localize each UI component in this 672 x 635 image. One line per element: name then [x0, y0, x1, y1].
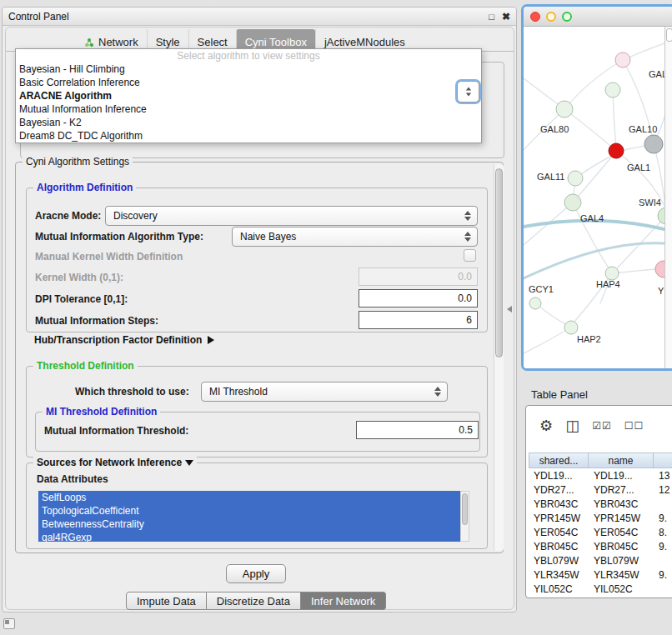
network-node[interactable] — [568, 171, 583, 186]
network-icon — [84, 38, 94, 48]
threshold-type-select[interactable]: MI Threshold — [201, 382, 448, 402]
mac-zoom-button[interactable] — [562, 12, 572, 22]
network-graph[interactable]: GALGAL80GAL10GAL11GAL1SWI4GAL4GCY1HAP4HA… — [524, 27, 664, 368]
table-row[interactable]: YPR145W YPR145W 9. — [529, 511, 672, 525]
table-row[interactable]: YIL052C YIL052C — [529, 582, 672, 596]
expand-right-icon — [208, 336, 214, 344]
network-node[interactable] — [615, 52, 630, 68]
deselect-all-icon[interactable]: ☐☐ — [624, 421, 644, 431]
attribute-list-item[interactable]: gal4RGexp — [38, 531, 460, 542]
network-canvas[interactable]: GALGAL80GAL10GAL11GAL1SWI4GAL4GCY1HAP4HA… — [524, 27, 664, 368]
network-edge[interactable] — [624, 146, 644, 150]
kernel-width-input[interactable]: 0.0 — [359, 268, 478, 286]
mi-threshold-groupbox: MI Threshold Definition Mutual Informati… — [35, 412, 480, 452]
network-node[interactable] — [658, 208, 664, 224]
network-edge[interactable] — [613, 90, 616, 151]
table-row[interactable]: YBL079W YBL079W — [529, 553, 672, 568]
control-panel-titlebar[interactable]: Control Panel □ ✖ — [3, 8, 516, 26]
apply-button[interactable]: Apply — [226, 564, 286, 583]
table-row[interactable]: YBR043C YBR043C — [529, 497, 672, 511]
hub-definition-toggle[interactable]: Hub/Transcription Factor Definition — [34, 334, 214, 346]
settings-scrollbar-thumb[interactable] — [495, 168, 503, 358]
algorithm-dropdown-item[interactable]: Bayesian - Hill Climbing — [16, 62, 481, 76]
algorithm-dropdown-item[interactable]: Dream8 DC_TDC Algorithm — [16, 129, 481, 142]
window-title: Control Panel — [8, 11, 481, 22]
network-edge[interactable] — [524, 243, 664, 278]
network-node[interactable] — [609, 143, 624, 158]
network-node[interactable] — [605, 267, 619, 280]
network-node[interactable] — [605, 82, 620, 98]
column-header-name[interactable]: name — [589, 452, 654, 468]
aracne-mode-select[interactable]: Discovery — [105, 206, 478, 226]
network-node-label: HAP2 — [577, 334, 601, 344]
table-cell: 9. — [654, 541, 672, 552]
network-node-label: SWI4 — [639, 198, 661, 208]
network-window-titlebar[interactable] — [524, 7, 672, 27]
attribute-list-item[interactable]: BetweennessCentrality — [38, 518, 460, 531]
list-scrollbar-thumb[interactable] — [462, 493, 468, 525]
tab-infer-network[interactable]: Infer Network — [301, 592, 386, 610]
dock-panel-icon-inner — [5, 620, 9, 624]
network-node[interactable] — [655, 261, 664, 278]
aracne-mode-label: Aracne Mode: — [35, 210, 101, 222]
manual-kernel-checkbox[interactable] — [464, 249, 476, 262]
table-row[interactable]: YLR345W YLR345W 9. — [529, 568, 672, 582]
threshold-type-value: MI Threshold — [209, 386, 268, 398]
mac-minimize-button[interactable] — [546, 12, 556, 22]
algorithm-definition-title: Algorithm Definition — [33, 182, 136, 193]
settings-scrollbar[interactable] — [494, 164, 504, 551]
mi-steps-input[interactable]: 6 — [359, 311, 478, 329]
algorithm-dropdown-item[interactable]: Bayesian - K2 — [16, 116, 481, 129]
splitter-collapse-handle[interactable] — [507, 306, 512, 312]
table-cell: YDL19... — [529, 470, 589, 482]
table-settings-icon[interactable]: ⚙ — [539, 418, 553, 433]
algorithm-dropdown-item[interactable]: Basic Correlation Inference — [16, 76, 481, 89]
network-edge[interactable] — [564, 109, 616, 151]
network-node[interactable] — [556, 101, 573, 118]
table-cell: YER054C — [529, 527, 589, 538]
dock-panel-icon[interactable] — [3, 618, 15, 629]
tab-impute-data[interactable]: Impute Data — [126, 592, 207, 610]
table-row[interactable]: YER054C YER054C 8. — [529, 525, 672, 539]
network-node[interactable] — [529, 298, 541, 309]
network-scrollbar[interactable] — [664, 27, 672, 368]
network-edge[interactable] — [524, 328, 571, 353]
algorithm-dropdown-item[interactable]: Mutual Information Inference — [16, 102, 481, 116]
algorithm-dropdown-item-selected[interactable]: ARACNE Algorithm — [16, 89, 481, 102]
attribute-list-item[interactable]: SelfLoops — [38, 491, 460, 504]
table-cell: YDL19... — [589, 470, 654, 482]
table-row[interactable]: YBR045C YBR045C 9. — [529, 539, 672, 553]
float-icon[interactable]: □ — [489, 12, 494, 22]
table-cell: YDR27... — [529, 484, 589, 496]
column-header-shared-name[interactable]: shared... — [529, 452, 589, 468]
network-node[interactable] — [564, 194, 581, 211]
kernel-width-value: 0.0 — [458, 271, 472, 282]
tab-discretize-data[interactable]: Discretize Data — [207, 592, 301, 610]
which-threshold-label: Which threshold to use: — [75, 386, 189, 398]
table-cell: YBR043C — [589, 498, 654, 510]
list-scrollbar[interactable] — [460, 491, 469, 542]
table-row[interactable]: YDR27... YDR27... 12 — [529, 482, 672, 497]
mi-threshold-label: Mutual Information Threshold: — [44, 425, 188, 437]
network-node[interactable] — [644, 135, 663, 153]
select-all-icon[interactable]: ☑☑ — [592, 421, 612, 431]
mi-type-label: Mutual Information Algorithm Type: — [35, 231, 203, 242]
bottom-tabbar: Impute Data Discretize Data Infer Networ… — [126, 592, 386, 610]
sources-groupbox: Sources for Network Inference Data Attri… — [26, 462, 488, 549]
network-scrollbar-thumb[interactable] — [666, 28, 672, 42]
mi-threshold-input[interactable]: 0.5 — [356, 421, 479, 439]
table-row[interactable]: YDL19... YDL19... 13 — [529, 468, 672, 482]
sources-toggle[interactable]: Sources for Network Inference — [33, 457, 197, 468]
mi-type-select[interactable]: Naive Bayes — [232, 227, 478, 247]
close-icon[interactable]: ✖ — [502, 11, 510, 22]
table-panel-title: Table Panel — [531, 388, 588, 401]
column-visibility-icon[interactable]: ◫ — [565, 418, 579, 433]
column-header-extra[interactable] — [654, 452, 672, 468]
network-node[interactable] — [564, 321, 578, 334]
tab-label: Select — [198, 36, 228, 48]
attribute-list-item[interactable]: TopologicalCoefficient — [38, 504, 460, 518]
mac-close-button[interactable] — [530, 12, 540, 22]
algorithm-combobox-fragment[interactable] — [457, 81, 479, 102]
dpi-tolerance-input[interactable]: 0.0 — [359, 289, 478, 308]
table-toolbar: ⚙ ◫ ☑☑ ☐☐ — [526, 406, 672, 446]
